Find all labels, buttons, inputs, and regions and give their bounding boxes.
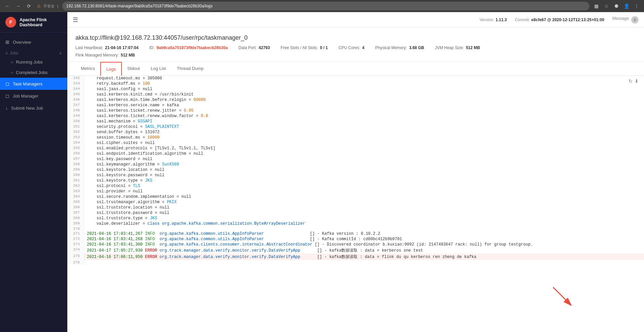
sidebar-item-running-jobs-label: Running Jobs <box>16 60 43 65</box>
log-row: 245 sasl.kerberos.kinit.cmd = /usr/bin/k… <box>67 92 644 97</box>
logo-text: Apache Flink Dashboard <box>20 17 62 27</box>
id-label: ID: <box>149 45 154 50</box>
jvm-heap-label: JVM Heap Size: <box>435 45 464 50</box>
phys-mem-value: 3.68 GB <box>409 45 424 50</box>
data-port-label: Data Port: <box>238 45 257 50</box>
sidebar-item-completed-jobs[interactable]: ○ Completed Jobs <box>0 67 67 78</box>
tab-logs[interactable]: Logs <box>100 62 122 76</box>
log-row: 253 session.timeout.ms = 10000 <box>67 135 644 140</box>
log-line-number: 252 <box>67 130 84 135</box>
cpu-value: 4 <box>362 45 365 50</box>
content-area: ☰ Version: 1.11.3 Commit: e8cfe67 @ 2020… <box>67 12 644 332</box>
tabs-bar: Metrics Logs Stdout Log List Thread Dump <box>67 62 644 76</box>
log-row: 270 <box>67 226 644 231</box>
profile-button[interactable]: 👤 <box>622 2 631 10</box>
sidebar-item-running-jobs[interactable]: ○ Running Jobs <box>0 57 67 67</box>
log-row: 269 value.deserializer = class org.apach… <box>67 221 644 226</box>
app-container: F Apache Flink Dashboard ⊞ Overview ≡ Jo… <box>0 12 644 332</box>
log-row: 265 ssl.trustmanager.algorithm = PKIX <box>67 199 644 205</box>
logo-icon: F <box>5 17 16 28</box>
flink-mem-value: 512 MB <box>121 53 135 58</box>
log-row: 268 ssl.truststore.type = JKS <box>67 216 644 221</box>
sidebar-item-overview[interactable]: ⊞ Overview <box>0 36 67 48</box>
meta-heartbeat: Last Heartbeat: 21-04-16 17:07:04 <box>75 45 138 50</box>
log-line-number: 267 <box>67 210 84 216</box>
free-slots-value: 0 / 1 <box>320 45 328 50</box>
top-header: ☰ Version: 1.11.3 Commit: e8cfe67 @ 2020… <box>67 12 644 28</box>
tab-thread-dump[interactable]: Thread Dump <box>171 62 209 76</box>
log-content[interactable]: 242 request.timeout.ms = 305000243 retry… <box>67 76 644 332</box>
log-line-number: 270 <box>67 226 84 231</box>
meta-phys-mem: Physical Memory: 3.68 GB <box>375 45 424 50</box>
log-line-content: ssl.cipher.suites = null <box>84 140 644 146</box>
log-row: 246 sasl.kerberos.min.time.before.relogi… <box>67 97 644 103</box>
tab-log-list[interactable]: Log List <box>145 62 172 76</box>
log-row: 255 ssl.enabled.protocols = [TLSv1.2, TL… <box>67 146 644 151</box>
page-title: akka.tcp://flink@192.168.72.130:44057/us… <box>75 34 636 41</box>
log-line-content: ssl.protocol = TLS <box>84 183 644 189</box>
cpu-label: CPU Cores: <box>339 45 360 50</box>
hamburger-button[interactable]: ☰ <box>73 16 78 24</box>
sidebar-item-overview-label: Overview <box>13 40 31 45</box>
tab-metrics[interactable]: Metrics <box>75 62 100 76</box>
commit-label: Commit: <box>515 17 530 22</box>
browser-bar: ← → ⟳ ⚠ 不安全 | ▩ ☆ ⚈ 👤 ⋮ <box>0 0 644 12</box>
download-log-button[interactable]: ⬇ <box>635 78 639 84</box>
running-jobs-icon: ○ <box>11 60 13 65</box>
log-line-content: sasl.kerberos.ticket.renew.window.factor… <box>84 113 644 119</box>
log-row: 260 ssl.keystore.password = null <box>67 173 644 178</box>
hamburger-icon: ☰ <box>73 16 78 23</box>
jobs-section-toggle[interactable]: ≡ Jobs <box>5 51 18 56</box>
log-line-number: 247 <box>67 103 84 108</box>
sidebar-item-submit-new-job[interactable]: ↓ Submit New Job <box>0 102 67 114</box>
back-button[interactable]: ← <box>3 2 11 10</box>
log-line-content: 2021-04-16 17:06:11,950 ERROR org.track.… <box>84 254 644 260</box>
screen-cast-button[interactable]: ▩ <box>592 2 600 10</box>
tab-stdout[interactable]: Stdout <box>122 62 145 76</box>
meta-flink-mem: Flink Managed Memory: 512 MB <box>75 53 135 58</box>
sidebar-nav: ⊞ Overview ≡ Jobs ∧ ○ Running Jobs ○ Com… <box>0 33 67 117</box>
log-line-content <box>84 260 644 265</box>
log-row: 250 sasl.mechanism = GSSAPI <box>67 119 644 124</box>
sidebar-item-submit-new-job-label: Submit New Job <box>11 106 43 111</box>
sidebar-item-job-manager[interactable]: ◻ Job Manager <box>0 90 67 102</box>
extensions-button[interactable]: ⚈ <box>612 2 620 10</box>
log-line-content: retry.backoff.ms = 100 <box>84 81 644 86</box>
log-line-number: 271 <box>67 231 84 236</box>
forward-button[interactable]: → <box>14 2 22 10</box>
log-line-content: ssl.truststore.location = null <box>84 205 644 210</box>
log-line-number: 244 <box>67 86 84 92</box>
log-line-content: send.buffer.bytes = 131072 <box>84 130 644 135</box>
log-row: 244 sasl.jaas.config = null <box>67 86 644 92</box>
log-line-number: 254 <box>67 140 84 146</box>
sidebar-item-job-manager-label: Job Manager <box>13 94 38 99</box>
refresh-log-button[interactable]: ↻ <box>629 78 633 84</box>
log-line-number: 246 <box>67 97 84 103</box>
jobs-section-chevron: ∧ <box>59 51 62 56</box>
message-badge: 0 <box>631 16 639 24</box>
header-commit: Commit: e8cfe67 @ 2020-12-12T12:13:25+01… <box>515 17 604 22</box>
sidebar-item-completed-jobs-label: Completed Jobs <box>16 70 47 75</box>
menu-button[interactable]: ⋮ <box>633 2 641 10</box>
address-bar[interactable] <box>62 2 589 10</box>
log-row: 254 ssl.cipher.suites = null <box>67 140 644 146</box>
log-row: 2732021-04-16 17:03:41,300 INFO org.apac… <box>67 242 644 247</box>
log-line-content: ssl.keystore.location = null <box>84 167 644 173</box>
browser-actions: ▩ ☆ ⚈ 👤 ⋮ <box>592 2 641 10</box>
page-meta: Last Heartbeat: 21-04-16 17:07:04 ID: 9a… <box>75 45 636 50</box>
message-label: Message: <box>612 16 630 24</box>
jvm-heap-value: 512 MB <box>466 45 480 50</box>
log-row: 276 <box>67 260 644 265</box>
reload-button[interactable]: ⟳ <box>25 2 33 10</box>
security-warning: ⚠ <box>37 4 41 8</box>
log-line-number: 250 <box>67 119 84 124</box>
flink-mem-label: Flink Managed Memory: <box>75 53 119 58</box>
log-line-number: 248 <box>67 108 84 113</box>
star-button[interactable]: ☆ <box>602 2 610 10</box>
log-line-number: 269 <box>67 221 84 226</box>
sidebar-item-task-managers[interactable]: ◻ Task Managers <box>0 78 67 90</box>
log-line-content: ssl.trustmanager.algorithm = PKIX <box>84 199 644 205</box>
header-message: Message: 0 <box>612 16 639 24</box>
log-line-content: ssl.key.password = null <box>84 156 644 162</box>
sidebar-logo: F Apache Flink Dashboard <box>0 12 67 33</box>
